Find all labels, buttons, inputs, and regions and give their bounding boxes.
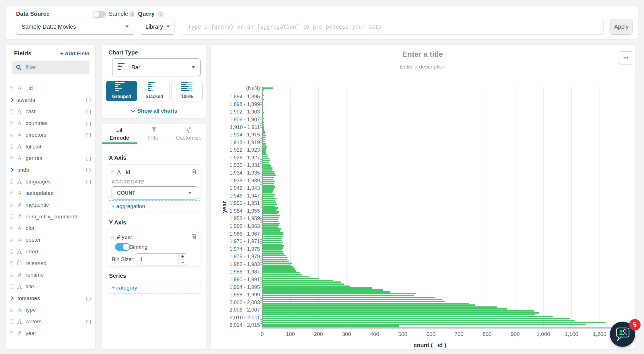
- bar: [262, 171, 274, 173]
- bar: [262, 240, 282, 241]
- tab-customize[interactable]: Customize: [172, 127, 206, 141]
- library-value: Library: [145, 24, 163, 30]
- y-tick: [260, 202, 262, 202]
- y-axis-field-card[interactable]: # year Binning Bin Size: + −: [107, 229, 201, 266]
- bin-size-label: Bin Size:: [112, 256, 133, 263]
- trash-icon[interactable]: [191, 233, 197, 240]
- full-bars-icon: [181, 82, 193, 93]
- query-input[interactable]: [182, 19, 604, 35]
- add-aggregation-button[interactable]: + aggregation: [107, 200, 201, 212]
- stepper-decrement-button[interactable]: −: [178, 259, 187, 265]
- y-tick: [260, 327, 262, 327]
- string-type-icon: A: [16, 178, 23, 185]
- field-row-num_mflix_comments[interactable]: #num_mflix_comments: [10, 212, 91, 222]
- gridline: [403, 87, 403, 327]
- subtype-stacked-button[interactable]: Stacked: [139, 81, 170, 101]
- field-row-awards[interactable]: awards{ }: [10, 95, 91, 105]
- drag-handle-icon[interactable]: [111, 170, 114, 175]
- drag-handle-icon: [10, 261, 13, 266]
- field-row-fullplot[interactable]: Afullplot: [10, 142, 91, 152]
- chart-type-title: Chart Type: [108, 49, 138, 56]
- y-tick: [260, 112, 262, 112]
- mongodb-charts-builder: Data Source Sample i Query i Sample Data…: [0, 0, 644, 354]
- trash-icon[interactable]: [191, 169, 197, 176]
- chart-type-select[interactable]: Bar: [112, 58, 201, 76]
- apply-button[interactable]: Apply: [610, 19, 633, 35]
- sample-toggle[interactable]: [93, 11, 106, 18]
- bar: [262, 127, 264, 129]
- field-row-type[interactable]: Atype: [10, 305, 91, 315]
- field-name: directors: [26, 132, 46, 138]
- field-name: year: [26, 330, 36, 337]
- bar: [262, 164, 270, 165]
- y-tick: [260, 314, 262, 314]
- field-row-languages[interactable]: Alanguages[ ]: [10, 177, 91, 187]
- field-row-lastupdated[interactable]: Alastupdated: [10, 188, 91, 198]
- add-category-button[interactable]: + category: [107, 282, 201, 294]
- bar: [262, 116, 263, 118]
- field-row-writers[interactable]: Awriters[ ]: [10, 317, 91, 326]
- chart-type-value: Bar: [131, 64, 140, 71]
- subtype-100pct-button[interactable]: 100%: [172, 81, 203, 101]
- x-axis-title: X Axis: [109, 154, 126, 161]
- subtype-grouped-button[interactable]: Grouped: [106, 81, 137, 101]
- add-field-button[interactable]: + Add Field: [60, 50, 90, 57]
- data-source-select[interactable]: Sample Data: Movies: [16, 19, 134, 35]
- field-name: awards: [17, 97, 35, 103]
- field-row-title[interactable]: Atitle: [10, 282, 91, 292]
- field-row-cast[interactable]: Acast[ ]: [10, 107, 91, 116]
- bar: [262, 297, 435, 298]
- tab-encode[interactable]: Encode: [102, 127, 137, 141]
- query-info-icon[interactable]: i: [157, 11, 164, 17]
- y-bin-label: 1,990 - 1,991: [211, 276, 260, 283]
- field-row-metacritic[interactable]: #metacritic: [10, 200, 91, 210]
- field-filter-input[interactable]: [25, 64, 83, 71]
- fields-panel: Fields + Add Field A_idawards{ }Acast[ ]…: [6, 44, 96, 349]
- drag-handle-icon: [10, 226, 13, 231]
- field-row-runtime[interactable]: #runtime: [10, 270, 91, 280]
- x-tick-label: 400: [362, 331, 388, 337]
- stepper-increment-button[interactable]: +: [178, 253, 187, 259]
- field-row-tomatoes[interactable]: tomatoes{ }: [10, 294, 91, 303]
- bar: [262, 213, 278, 214]
- field-row-rated[interactable]: Arated: [10, 247, 91, 257]
- aggregate-select[interactable]: COUNT: [112, 186, 197, 200]
- field-row-plot[interactable]: Aplot: [10, 223, 91, 233]
- field-row-year[interactable]: #year: [10, 328, 91, 338]
- sample-info-icon[interactable]: i: [129, 11, 135, 17]
- chart-menu-button[interactable]: •••: [619, 51, 633, 65]
- field-name: runtime: [26, 272, 44, 278]
- show-all-charts-link[interactable]: Show all charts: [102, 108, 206, 114]
- chart-title-placeholder[interactable]: Enter a title: [211, 50, 635, 59]
- field-row-released[interactable]: released: [10, 259, 91, 268]
- field-row-countries[interactable]: Acountries[ ]: [10, 118, 91, 128]
- field-row-poster[interactable]: Aposter: [10, 235, 91, 245]
- bar: [262, 301, 445, 302]
- bar: [262, 152, 266, 154]
- y-tick: [260, 238, 262, 238]
- y-bin-label: 1,918 - 1,919: [211, 139, 260, 146]
- field-type-mark: [ ]: [86, 121, 91, 126]
- field-row-imdb[interactable]: imdb{ }: [10, 165, 91, 175]
- tab-filter[interactable]: Filter: [137, 127, 171, 141]
- aggregate-value: COUNT: [117, 190, 135, 196]
- y-tick: [260, 293, 262, 293]
- binning-toggle[interactable]: [115, 243, 130, 251]
- y-axis-field-name: year: [122, 234, 132, 240]
- aggregate-label: AGGREGATE: [112, 179, 145, 185]
- y-tick: [260, 289, 262, 289]
- field-row-directors[interactable]: Adirectors[ ]: [10, 130, 91, 140]
- x-axis-field-card[interactable]: A _id AGGREGATE COUNT: [107, 164, 201, 197]
- y-tick: [260, 104, 262, 105]
- bar: [262, 177, 274, 178]
- field-filter-box[interactable]: [12, 61, 90, 74]
- bin-size-input[interactable]: [136, 253, 178, 265]
- library-select[interactable]: Library: [140, 19, 174, 35]
- drag-handle-icon[interactable]: [111, 234, 114, 240]
- bar: [262, 299, 442, 300]
- chart-description-placeholder[interactable]: Enter a description: [211, 64, 635, 70]
- bar: [262, 287, 372, 289]
- y-axis-title: Y Axis: [109, 219, 126, 226]
- field-row-_id[interactable]: A_id: [10, 83, 91, 93]
- field-row-genres[interactable]: Agenres[ ]: [10, 153, 91, 163]
